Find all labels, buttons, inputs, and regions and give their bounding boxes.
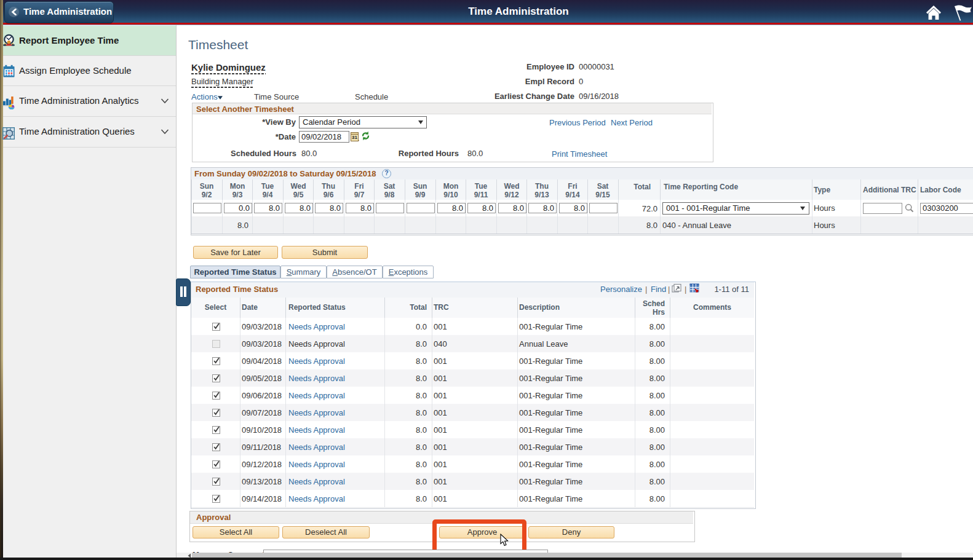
svg-text:31: 31 (352, 135, 357, 140)
